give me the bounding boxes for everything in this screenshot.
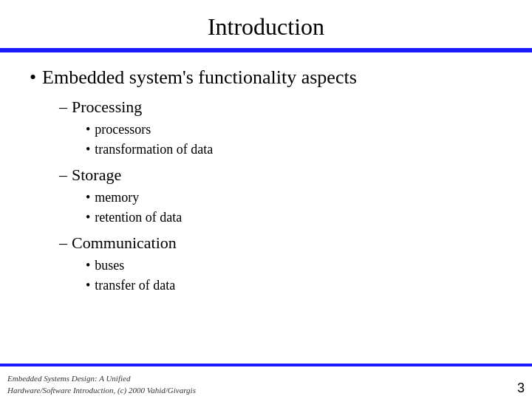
storage-items: • memory • retention of data: [86, 188, 502, 228]
footer-citation: Embedded Systems Design: A Unified Hardw…: [7, 373, 196, 396]
list-item: • retention of data: [86, 208, 502, 228]
processing-section: – Processing • processors • transformati…: [59, 98, 502, 160]
list-item: • transfer of data: [86, 276, 502, 296]
item-text: retention of data: [95, 208, 182, 228]
footer-line1: Embedded Systems Design: A Unified: [7, 373, 196, 384]
bullet-dot: •: [86, 208, 90, 228]
item-text: buses: [95, 256, 124, 276]
slide-title: Introduction: [0, 0, 532, 48]
slide: Introduction • Embedded system's functio…: [0, 0, 532, 399]
bullet-dot: •: [86, 276, 90, 296]
main-bullet-text: Embedded system's functionality aspects: [42, 66, 357, 89]
storage-dash: –: [59, 166, 67, 185]
processing-items: • processors • transformation of data: [86, 120, 502, 160]
processing-heading: – Processing: [59, 98, 502, 117]
slide-number: 3: [517, 381, 525, 396]
communication-items: • buses • transfer of data: [86, 256, 502, 296]
bullet-dot: •: [86, 188, 90, 208]
communication-section: – Communication • buses • transfer of da…: [59, 233, 502, 296]
processing-heading-text: Processing: [72, 98, 142, 117]
slide-footer: Embedded Systems Design: A Unified Hardw…: [0, 366, 532, 399]
item-text: memory: [95, 188, 139, 208]
communication-heading: – Communication: [59, 233, 502, 253]
main-bullet-dot: •: [30, 66, 36, 89]
list-item: • memory: [86, 188, 502, 208]
list-item: • buses: [86, 256, 502, 276]
slide-content: • Embedded system's functionality aspect…: [0, 52, 532, 364]
bullet-dot: •: [86, 256, 90, 276]
list-item: • processors: [86, 120, 502, 140]
storage-heading-text: Storage: [72, 166, 121, 185]
item-text: processors: [95, 120, 151, 140]
storage-section: – Storage • memory • retention of data: [59, 166, 502, 228]
list-item: • transformation of data: [86, 140, 502, 160]
bullet-dot: •: [86, 120, 90, 140]
footer-line2: Hardware/Software Introduction, (c) 2000…: [7, 385, 196, 396]
processing-dash: –: [59, 98, 67, 117]
communication-heading-text: Communication: [72, 233, 177, 253]
bullet-dot: •: [86, 140, 90, 160]
item-text: transfer of data: [95, 276, 175, 296]
main-bullet: • Embedded system's functionality aspect…: [30, 66, 502, 89]
item-text: transformation of data: [95, 140, 213, 160]
communication-dash: –: [59, 233, 67, 253]
storage-heading: – Storage: [59, 166, 502, 185]
